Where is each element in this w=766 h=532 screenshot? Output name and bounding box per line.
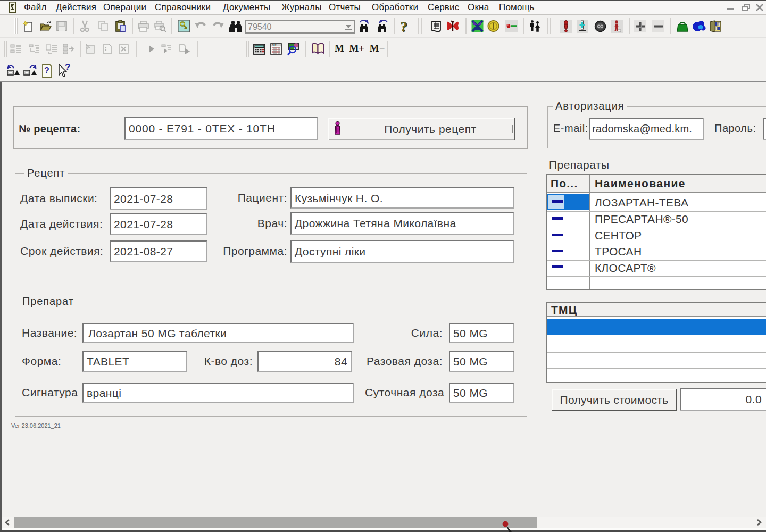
- svg-text:?: ?: [65, 63, 70, 72]
- svg-text:312: 312: [272, 44, 277, 47]
- svg-text:?: ?: [44, 66, 49, 75]
